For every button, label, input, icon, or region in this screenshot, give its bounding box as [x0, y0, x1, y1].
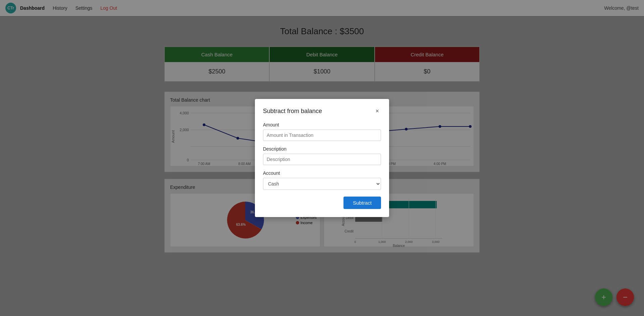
- modal-title: Subtract from balance: [263, 108, 322, 115]
- description-label: Description: [263, 146, 381, 152]
- modal-close-button[interactable]: ×: [373, 107, 381, 115]
- account-group: Account Cash Debit Credit: [263, 170, 381, 190]
- subtract-modal: Subtract from balance × Amount Descripti…: [255, 99, 389, 217]
- amount-input[interactable]: [263, 129, 381, 141]
- modal-footer: Subtract: [263, 197, 381, 209]
- amount-label: Amount: [263, 122, 381, 127]
- account-select[interactable]: Cash Debit Credit: [263, 178, 381, 190]
- modal-header: Subtract from balance ×: [263, 107, 381, 115]
- amount-group: Amount: [263, 122, 381, 141]
- subtract-button[interactable]: Subtract: [343, 197, 381, 209]
- description-input[interactable]: [263, 154, 381, 165]
- description-group: Description: [263, 146, 381, 165]
- modal-overlay[interactable]: Subtract from balance × Amount Descripti…: [0, 0, 644, 316]
- account-label: Account: [263, 170, 381, 176]
